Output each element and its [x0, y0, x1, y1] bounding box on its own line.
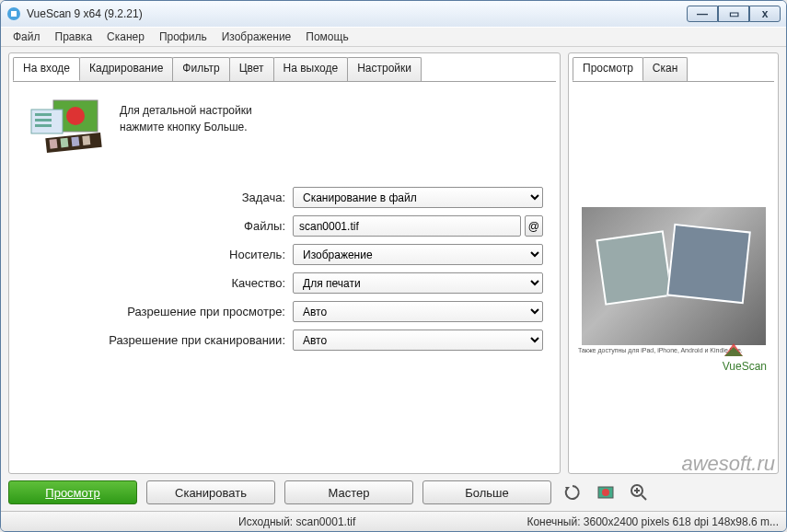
menu-profile[interactable]: Профиль [153, 29, 214, 45]
preview-logo: VueScan [723, 341, 767, 373]
svg-rect-5 [35, 113, 52, 116]
label-scan-res: Разрешение при сканировании: [26, 333, 293, 347]
select-media[interactable]: Изображение [293, 244, 543, 265]
files-at-button[interactable]: @ [525, 215, 543, 237]
preview-area[interactable]: Также доступны для iPad, iPhone, Android… [573, 81, 774, 469]
close-button[interactable]: х [749, 6, 781, 22]
minimize-button[interactable]: — [687, 6, 718, 22]
status-target: Конечный: 3600x2400 pixels 618 dpi 148x9… [527, 515, 779, 528]
row-files: Файлы: @ [26, 215, 543, 237]
input-form: Задача: Сканирование в файл Файлы: @ [26, 187, 543, 351]
svg-line-16 [642, 495, 646, 500]
menu-file[interactable]: Файл [6, 29, 47, 45]
settings-tabs: На входе Кадрирование Фильтр Цвет На вых… [13, 57, 556, 81]
more-button[interactable]: Больше [422, 480, 551, 504]
label-media: Носитель: [26, 248, 293, 261]
svg-point-3 [66, 107, 85, 125]
preview-image [582, 207, 766, 345]
maximize-button[interactable]: ▭ [718, 6, 749, 22]
intro-line2: нажмите кнопку Больше. [120, 119, 252, 135]
intro-line1: Для детальной настройки [120, 102, 252, 119]
tab-color[interactable]: Цвет [229, 57, 274, 81]
rotate-icon[interactable] [561, 480, 584, 504]
preview-panel: Просмотр Скан Также доступны для iPad, i… [568, 52, 779, 474]
row-quality: Качество: Для печати [26, 272, 543, 294]
intro-text: Для детальной настройки нажмите кнопку Б… [120, 95, 252, 159]
svg-rect-12 [82, 135, 90, 145]
intro-block: Для детальной настройки нажмите кнопку Б… [26, 95, 543, 159]
row-scan-res: Разрешение при сканировании: Авто [26, 330, 543, 351]
select-task[interactable]: Сканирование в файл [293, 187, 543, 208]
status-source: Исходный: scan0001.tif [238, 515, 527, 528]
svg-rect-7 [35, 124, 52, 127]
select-preview-res[interactable]: Авто [293, 301, 543, 322]
select-scan-res[interactable]: Авто [293, 330, 543, 351]
svg-rect-10 [60, 138, 68, 148]
menu-scanner[interactable]: Сканер [100, 29, 151, 45]
preview-tabs: Просмотр Скан [573, 57, 774, 81]
svg-rect-11 [71, 136, 79, 146]
tab-input[interactable]: На входе [13, 57, 80, 81]
row-preview-res: Разрешение при просмотре: Авто [26, 301, 543, 322]
label-files: Файлы: [26, 219, 293, 233]
svg-point-14 [602, 489, 609, 496]
action-bar: Просмотр Сканировать Мастер Больше aweso… [1, 474, 786, 511]
tab-output[interactable]: На выходе [273, 57, 349, 81]
select-quality[interactable]: Для печати [293, 272, 543, 294]
row-task: Задача: Сканирование в файл [26, 187, 543, 208]
tab-filter[interactable]: Фильтр [172, 57, 229, 81]
menu-image[interactable]: Изображение [215, 29, 298, 45]
label-quality: Качество: [26, 276, 293, 290]
menu-help[interactable]: Помощь [299, 29, 354, 45]
row-media: Носитель: Изображение [26, 244, 543, 265]
label-preview-res: Разрешение при просмотре: [26, 305, 293, 318]
client-area: На входе Кадрирование Фильтр Цвет На вых… [1, 47, 786, 474]
color-icon[interactable] [594, 480, 618, 504]
tab-prefs[interactable]: Настройки [347, 57, 422, 81]
input-files[interactable] [293, 215, 521, 237]
tab-crop[interactable]: Кадрирование [79, 57, 173, 81]
svg-rect-1 [11, 11, 17, 17]
window-title: VueScan 9 x64 (9.2.21) [27, 7, 687, 20]
label-task: Задача: [26, 191, 293, 204]
titlebar: VueScan 9 x64 (9.2.21) — ▭ х [1, 1, 786, 27]
scan-button[interactable]: Сканировать [146, 480, 275, 504]
app-icon [6, 6, 21, 21]
statusbar: Исходный: scan0001.tif Конечный: 3600x24… [1, 511, 786, 531]
settings-panel: На входе Кадрирование Фильтр Цвет На вых… [8, 52, 561, 474]
tab-scan[interactable]: Скан [642, 57, 688, 81]
wizard-button[interactable]: Мастер [284, 480, 413, 504]
zoom-icon[interactable] [627, 480, 651, 504]
tab-preview[interactable]: Просмотр [573, 57, 643, 81]
svg-rect-9 [50, 139, 58, 149]
tab-body-input: Для детальной настройки нажмите кнопку Б… [13, 81, 556, 469]
app-window: VueScan 9 x64 (9.2.21) — ▭ х Файл Правка… [0, 0, 787, 532]
svg-rect-6 [35, 119, 52, 121]
menu-edit[interactable]: Правка [49, 29, 99, 45]
preview-button[interactable]: Просмотр [8, 480, 137, 504]
window-controls: — ▭ х [687, 6, 781, 22]
menubar: Файл Правка Сканер Профиль Изображение П… [1, 27, 786, 47]
intro-graphic [26, 95, 109, 159]
